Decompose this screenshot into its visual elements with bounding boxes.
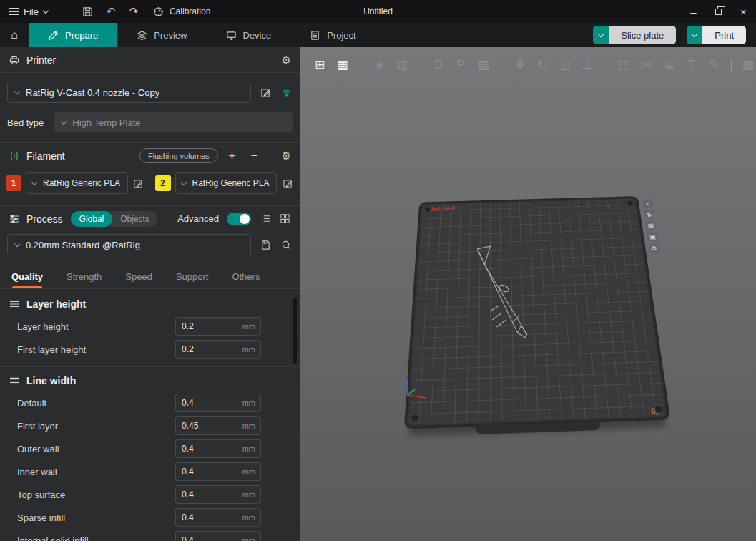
bed-type-label: Bed type <box>7 117 44 128</box>
first-layer-line-width-field[interactable]: mm <box>175 416 261 435</box>
delete-plate-icon[interactable]: × <box>642 200 653 208</box>
default-line-width-field[interactable]: mm <box>175 394 261 412</box>
arrange-plate-icon[interactable]: ▦ <box>645 221 657 230</box>
subtab-strength[interactable]: Strength <box>67 271 102 288</box>
maximize-button[interactable] <box>706 0 731 23</box>
add-filament-button[interactable]: + <box>225 148 240 164</box>
default-line-width-input[interactable] <box>176 398 242 408</box>
tab-project[interactable]: Project <box>290 23 375 47</box>
lay-flat-icon[interactable]: ⊥ <box>579 56 595 74</box>
print-button[interactable]: Print <box>687 26 746 44</box>
printer-connection-wifi-icon[interactable] <box>280 86 293 99</box>
minimize-button[interactable]: – <box>681 0 706 23</box>
advanced-toggle[interactable] <box>227 213 251 225</box>
first-layer-height-field[interactable]: mm <box>175 340 261 359</box>
plate-actions: Slice plate Print <box>593 23 756 47</box>
viewport-3d[interactable]: ⊞ ▦ ◈ ▥ D P ▤ ✚ ↻ ◿ ⊥ ◫ ✂ ≣ T ✎ <box>300 47 756 541</box>
compare-presets-icon[interactable] <box>278 213 291 225</box>
split-objects-icon[interactable]: D <box>431 56 446 74</box>
fill-bed-icon[interactable]: ▥ <box>393 56 409 74</box>
scope-global-option[interactable]: Global <box>71 211 113 227</box>
slice-options-dropdown[interactable] <box>593 26 609 44</box>
process-preset-select[interactable]: 0.20mm Standard @RatRig <box>7 234 251 255</box>
top-surface-line-width-input[interactable] <box>176 489 242 499</box>
auto-arrange-icon[interactable]: ▦ <box>334 56 350 74</box>
close-button[interactable]: × <box>731 0 756 23</box>
filament-2-color-badge[interactable]: 2 <box>155 175 171 191</box>
slice-plate-button[interactable]: Slice plate <box>593 26 676 44</box>
home-button[interactable]: ⌂ <box>0 23 29 47</box>
printer-settings-gear-icon[interactable]: ⚙ <box>282 54 291 65</box>
filament-2-preset-select[interactable]: RatRig Generic PLA <box>175 172 278 194</box>
search-icon[interactable] <box>280 238 293 251</box>
calibration-button[interactable]: Calibration <box>145 0 217 23</box>
edit-filament-2-icon[interactable] <box>281 177 294 190</box>
paint-tool-icon[interactable]: ✎ <box>706 56 722 74</box>
save-preset-icon[interactable] <box>259 238 272 251</box>
layer-height-input[interactable] <box>176 321 242 331</box>
edit-filament-1-icon[interactable] <box>132 177 145 190</box>
tab-device[interactable]: Device <box>207 23 291 47</box>
layer-height-field[interactable]: mm <box>175 317 261 336</box>
mirror-icon[interactable]: ◫ <box>617 56 632 74</box>
cut-icon[interactable]: ✂ <box>639 56 654 74</box>
filament-1-preset-select[interactable]: RatRig Generic PLA <box>26 172 128 194</box>
edit-printer-icon[interactable] <box>259 86 272 99</box>
build-plate[interactable]: Untitled 01 × ⇅ ▦ ▣ ⚙ <box>404 196 671 429</box>
printer-section-header: Printer ⚙ <box>0 47 300 73</box>
rotate-icon[interactable]: ↻ <box>534 56 550 74</box>
subtab-quality[interactable]: Quality <box>11 271 43 288</box>
auto-orient-icon[interactable]: ◈ <box>371 56 387 74</box>
setting-row: Internal solid infill mm <box>0 529 300 541</box>
filament-settings-gear-icon[interactable]: ⚙ <box>282 150 291 161</box>
move-icon[interactable]: ✚ <box>512 56 528 74</box>
orient-plate-icon[interactable]: ⇅ <box>643 210 655 219</box>
flushing-volumes-button[interactable]: Flushing volumes <box>139 148 218 163</box>
internal-solid-infill-line-width-input[interactable] <box>176 535 242 541</box>
settings-scrollbar[interactable] <box>293 298 297 364</box>
unit-label: mm <box>242 421 260 430</box>
printer-preset-select[interactable]: RatRig V-Cast 0.4 nozzle - Copy <box>7 82 251 103</box>
file-menu[interactable]: File <box>0 0 57 23</box>
assembly-view-icon[interactable]: ▩ <box>740 56 756 74</box>
object-table-icon[interactable]: ▤ <box>476 56 491 74</box>
top-surface-line-width-field[interactable]: mm <box>175 485 261 504</box>
redo-button[interactable]: ↷ <box>122 0 145 23</box>
print-options-dropdown[interactable] <box>687 26 702 44</box>
lock-plate-icon[interactable]: ▣ <box>647 232 659 241</box>
sparse-infill-line-width-field[interactable]: mm <box>175 508 261 527</box>
inner-wall-line-width-field[interactable]: mm <box>175 462 261 481</box>
setting-label: Top surface <box>17 489 65 500</box>
printer-section-body: RatRig V-Cast 0.4 nozzle - Copy Bed type… <box>0 73 300 142</box>
outer-wall-line-width-field[interactable]: mm <box>175 439 261 458</box>
subtab-others[interactable]: Others <box>232 271 260 288</box>
variable-layer-height-icon[interactable]: ≣ <box>661 56 677 74</box>
scope-objects-option[interactable]: Objects <box>112 214 157 224</box>
split-parts-icon[interactable]: P <box>453 56 468 74</box>
internal-solid-infill-line-width-field[interactable]: mm <box>175 531 261 541</box>
first-layer-line-width-input[interactable] <box>176 421 242 431</box>
outer-wall-line-width-input[interactable] <box>176 444 242 454</box>
add-plate-icon[interactable]: ⊞ <box>312 56 328 74</box>
subtab-support[interactable]: Support <box>176 271 209 288</box>
bed-type-select[interactable]: High Temp Plate <box>54 112 293 132</box>
plate-screw <box>627 201 633 206</box>
plate-settings-icon[interactable]: ⚙ <box>648 243 660 253</box>
tab-prepare[interactable]: Prepare <box>29 23 117 47</box>
first-layer-height-input[interactable] <box>176 344 242 354</box>
undo-button[interactable]: ↶ <box>99 0 122 23</box>
sparse-infill-line-width-input[interactable] <box>176 512 242 522</box>
inner-wall-line-width-input[interactable] <box>176 467 242 477</box>
filament-1-color-badge[interactable]: 1 <box>6 175 21 191</box>
redo-icon: ↷ <box>129 5 139 18</box>
device-icon <box>226 30 237 41</box>
objects-list-icon[interactable] <box>259 213 272 225</box>
remove-filament-button[interactable]: − <box>247 148 262 164</box>
scale-icon[interactable]: ◿ <box>557 56 573 74</box>
text-tool-icon[interactable]: T <box>684 56 699 74</box>
save-button[interactable] <box>77 0 99 23</box>
scene-3d[interactable]: Untitled 01 × ⇅ ▦ ▣ ⚙ <box>300 79 756 541</box>
setting-row: Top surface mm <box>0 483 300 506</box>
subtab-speed[interactable]: Speed <box>125 271 152 288</box>
tab-preview[interactable]: Preview <box>117 23 206 47</box>
